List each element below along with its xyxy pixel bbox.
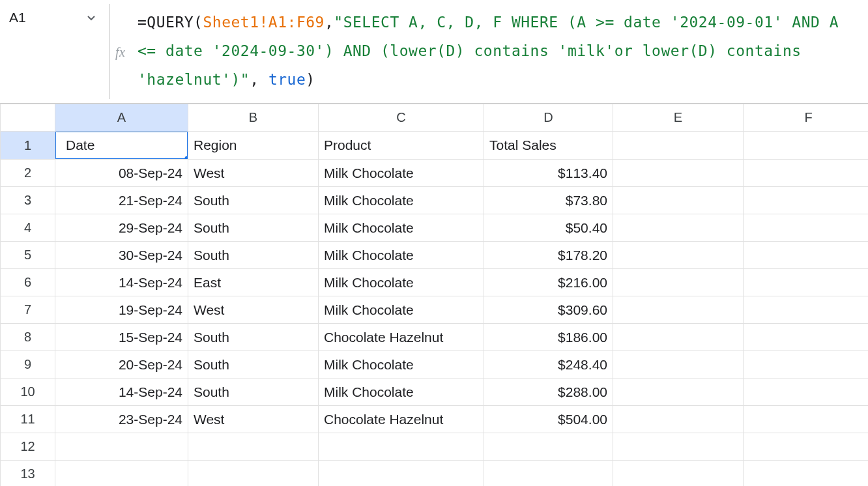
cell-A8[interactable]: 15-Sep-24 [55, 324, 188, 351]
cell-E7[interactable] [613, 296, 744, 324]
cell-A7[interactable]: 19-Sep-24 [55, 296, 188, 324]
cell-A1[interactable]: Date [55, 132, 188, 160]
row-header-9[interactable]: 9 [1, 351, 55, 379]
cell-D8[interactable]: $186.00 [484, 324, 613, 351]
row-header-10[interactable]: 10 [1, 379, 55, 406]
cell-A13[interactable] [55, 461, 188, 487]
cell-A3[interactable]: 21-Sep-24 [55, 187, 188, 214]
cell-B9[interactable]: South [188, 351, 319, 379]
cell-A6[interactable]: 14-Sep-24 [55, 269, 188, 296]
cell-C3[interactable]: Milk Chocolate [319, 187, 484, 214]
cell-C8[interactable]: Chocolate Hazelnut [319, 324, 484, 351]
cell-E5[interactable] [613, 242, 744, 269]
name-box[interactable]: A1 [9, 10, 34, 25]
cell-F12[interactable] [744, 433, 869, 461]
row-header-2[interactable]: 2 [1, 160, 55, 187]
cell-B3[interactable]: South [188, 187, 319, 214]
cell-B4[interactable]: South [188, 214, 319, 242]
cell-C11[interactable]: Chocolate Hazelnut [319, 406, 484, 433]
column-header-D[interactable]: D [484, 104, 613, 132]
cell-E10[interactable] [613, 379, 744, 406]
cell-D11[interactable]: $504.00 [484, 406, 613, 433]
cell-F7[interactable] [744, 296, 869, 324]
cell-B8[interactable]: South [188, 324, 319, 351]
row-header-12[interactable]: 12 [1, 433, 55, 461]
column-header-E[interactable]: E [613, 104, 744, 132]
cell-C5[interactable]: Milk Chocolate [319, 242, 484, 269]
name-box-dropdown-icon[interactable] [87, 12, 109, 23]
cell-E8[interactable] [613, 324, 744, 351]
cell-A9[interactable]: 20-Sep-24 [55, 351, 188, 379]
cell-E1[interactable] [613, 132, 744, 160]
cell-B11[interactable]: West [188, 406, 319, 433]
cell-C6[interactable]: Milk Chocolate [319, 269, 484, 296]
row-header-7[interactable]: 7 [1, 296, 55, 324]
cell-E2[interactable] [613, 160, 744, 187]
cell-B13[interactable] [188, 461, 319, 487]
cell-F1[interactable] [744, 132, 869, 160]
cell-B5[interactable]: South [188, 242, 319, 269]
cell-C9[interactable]: Milk Chocolate [319, 351, 484, 379]
cell-F13[interactable] [744, 461, 869, 487]
cell-D12[interactable] [484, 433, 613, 461]
row-header-11[interactable]: 11 [1, 406, 55, 433]
cell-A12[interactable] [55, 433, 188, 461]
select-all-corner[interactable] [1, 104, 55, 132]
cell-E12[interactable] [613, 433, 744, 461]
cell-B7[interactable]: West [188, 296, 319, 324]
cell-E3[interactable] [613, 187, 744, 214]
cell-E13[interactable] [613, 461, 744, 487]
cell-C12[interactable] [319, 433, 484, 461]
cell-A2[interactable]: 08-Sep-24 [55, 160, 188, 187]
row-header-8[interactable]: 8 [1, 324, 55, 351]
cell-F11[interactable] [744, 406, 869, 433]
cell-D5[interactable]: $178.20 [484, 242, 613, 269]
cell-A11[interactable]: 23-Sep-24 [55, 406, 188, 433]
cell-B10[interactable]: South [188, 379, 319, 406]
cell-B6[interactable]: East [188, 269, 319, 296]
cell-E4[interactable] [613, 214, 744, 242]
row-header-6[interactable]: 6 [1, 269, 55, 296]
column-header-C[interactable]: C [319, 104, 484, 132]
cell-F6[interactable] [744, 269, 869, 296]
cell-F10[interactable] [744, 379, 869, 406]
row-header-5[interactable]: 5 [1, 242, 55, 269]
cell-B1[interactable]: Region [188, 132, 319, 160]
row-header-13[interactable]: 13 [1, 461, 55, 487]
cell-F8[interactable] [744, 324, 869, 351]
cell-C1[interactable]: Product [319, 132, 484, 160]
row-header-1[interactable]: 1 [1, 132, 55, 160]
cell-D10[interactable]: $288.00 [484, 379, 613, 406]
cell-F4[interactable] [744, 214, 869, 242]
cell-E11[interactable] [613, 406, 744, 433]
cell-C7[interactable]: Milk Chocolate [319, 296, 484, 324]
cell-E6[interactable] [613, 269, 744, 296]
formula-input[interactable]: fx =QUERY(Sheet1!A1:F69,"SELECT A, C, D,… [110, 0, 868, 103]
cell-D6[interactable]: $216.00 [484, 269, 613, 296]
cell-F2[interactable] [744, 160, 869, 187]
cell-A10[interactable]: 14-Sep-24 [55, 379, 188, 406]
cell-D7[interactable]: $309.60 [484, 296, 613, 324]
cell-A5[interactable]: 30-Sep-24 [55, 242, 188, 269]
cell-D4[interactable]: $50.40 [484, 214, 613, 242]
cell-C10[interactable]: Milk Chocolate [319, 379, 484, 406]
row-header-3[interactable]: 3 [1, 187, 55, 214]
cell-B12[interactable] [188, 433, 319, 461]
cell-F9[interactable] [744, 351, 869, 379]
cell-D1[interactable]: Total Sales [484, 132, 613, 160]
cell-E9[interactable] [613, 351, 744, 379]
column-header-F[interactable]: F [744, 104, 869, 132]
column-header-B[interactable]: B [188, 104, 319, 132]
column-header-A[interactable]: A [55, 104, 188, 132]
cell-A4[interactable]: 29-Sep-24 [55, 214, 188, 242]
cell-C13[interactable] [319, 461, 484, 487]
spreadsheet-grid[interactable]: ABCDEF 1DateRegionProductTotal Sales208-… [0, 104, 868, 486]
cell-F3[interactable] [744, 187, 869, 214]
fill-handle[interactable] [184, 156, 188, 160]
cell-D13[interactable] [484, 461, 613, 487]
row-header-4[interactable]: 4 [1, 214, 55, 242]
cell-D2[interactable]: $113.40 [484, 160, 613, 187]
cell-C4[interactable]: Milk Chocolate [319, 214, 484, 242]
cell-B2[interactable]: West [188, 160, 319, 187]
cell-C2[interactable]: Milk Chocolate [319, 160, 484, 187]
